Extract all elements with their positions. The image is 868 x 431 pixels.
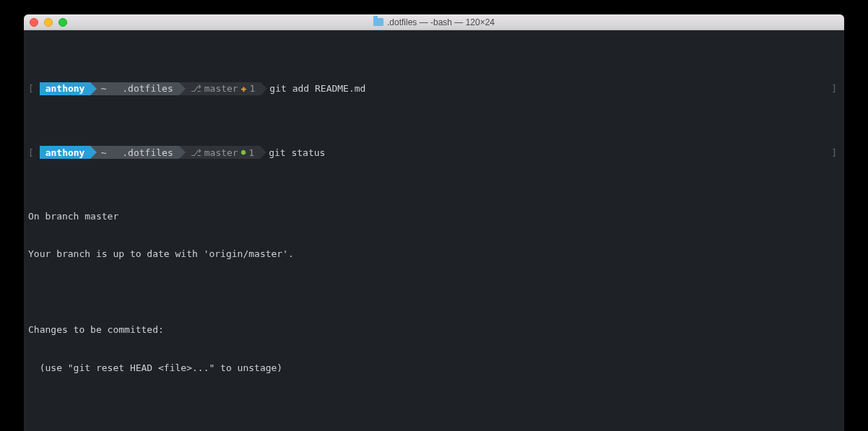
minimize-button[interactable] <box>44 18 53 27</box>
output-line: Your branch is up to date with 'origin/m… <box>28 248 840 261</box>
bracket-close: ] <box>831 147 840 160</box>
git-status-staged-icon: ● <box>241 147 246 158</box>
bracket-open: [ <box>28 82 40 95</box>
prompt-line: [ anthony ~ .dotfiles ⎇ master ● 1 git s… <box>28 146 840 159</box>
bracket-close: ] <box>831 82 840 95</box>
window-title-text: .dotfiles — -bash — 120×24 <box>387 17 495 27</box>
output-line: Changes to be committed: <box>28 323 840 336</box>
bracket-open: [ <box>28 147 40 160</box>
close-button[interactable] <box>30 18 38 27</box>
git-status-dirty-icon: ✚ <box>241 82 247 95</box>
output-line: (use "git reset HEAD <file>..." to unsta… <box>28 362 840 375</box>
terminal-window: .dotfiles — -bash — 120×24 [ anthony ~ .… <box>24 14 844 431</box>
prompt-branch: ⎇ master ✚ 1 <box>179 82 261 95</box>
window-title: .dotfiles — -bash — 120×24 <box>24 17 844 27</box>
branch-name: master <box>204 82 238 95</box>
branch-icon: ⎇ <box>191 82 201 95</box>
prompt-dir: .dotfiles <box>112 146 178 159</box>
branch-name: master <box>204 147 238 160</box>
traffic-lights <box>24 18 67 27</box>
output-line <box>28 286 840 299</box>
git-count: 1 <box>248 147 254 160</box>
titlebar: .dotfiles — -bash — 120×24 <box>24 14 844 30</box>
folder-icon <box>373 18 383 26</box>
branch-icon: ⎇ <box>191 147 201 160</box>
prompt-user: anthony <box>40 146 91 159</box>
command-text: git status <box>269 147 325 160</box>
prompt-line: [ anthony ~ .dotfiles ⎇ master ✚ 1 git a… <box>28 82 840 95</box>
output-line: On branch master <box>28 210 840 223</box>
output-line <box>28 400 840 413</box>
prompt-dir: .dotfiles <box>112 82 178 95</box>
git-count: 1 <box>250 82 256 95</box>
maximize-button[interactable] <box>58 18 67 27</box>
command-text: git add README.md <box>269 82 365 95</box>
prompt-user: anthony <box>40 82 91 95</box>
terminal-body[interactable]: [ anthony ~ .dotfiles ⎇ master ✚ 1 git a… <box>24 30 844 431</box>
prompt-branch: ⎇ master ● 1 <box>179 146 260 159</box>
